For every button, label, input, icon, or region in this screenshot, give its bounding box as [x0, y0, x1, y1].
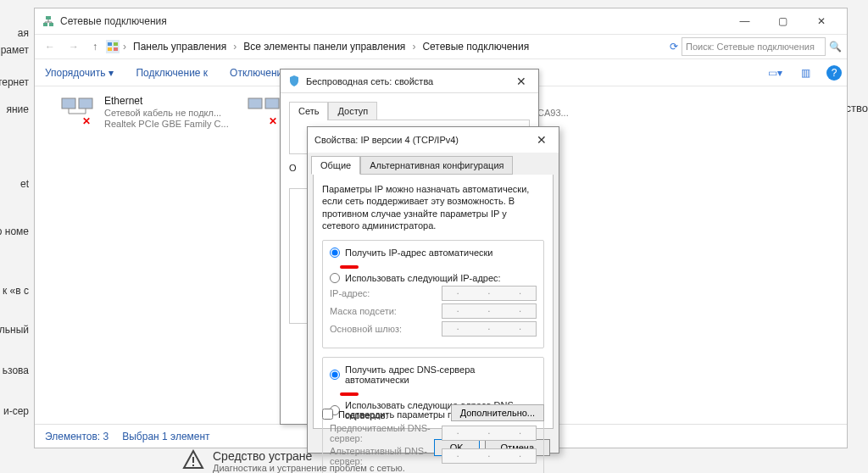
- conn-adapter: Realtek PCIe GBE Family C...: [104, 119, 229, 129]
- search-icon[interactable]: 🔍: [829, 41, 842, 53]
- bg-frag: ьзова: [3, 364, 29, 376]
- ip-group: Получить IP-адрес автоматически Использо…: [322, 240, 544, 348]
- bg-frag: о номе: [0, 225, 29, 237]
- organize-menu[interactable]: Упорядочить ▾: [40, 64, 119, 82]
- organize-label: Упорядочить: [45, 67, 105, 79]
- warning-icon: [182, 449, 204, 471]
- titlebar[interactable]: Сетевые подключения — ▢ ✕: [35, 8, 847, 34]
- bg-frag: яние: [6, 103, 29, 115]
- svg-rect-6: [108, 47, 112, 51]
- item-count: Элементов: 3: [45, 431, 108, 442]
- radio-label: Получить адрес DNS-сервера автоматически: [345, 364, 537, 385]
- help-icon[interactable]: ?: [826, 65, 842, 81]
- conn-name: Ethernet: [104, 95, 229, 107]
- bg-frag: и-сер: [3, 405, 29, 417]
- connection-ethernet[interactable]: ✕ Ethernet Сетевой кабель не подкл... Re…: [60, 95, 238, 129]
- window-title: Сетевые подключения: [60, 15, 167, 27]
- svg-rect-13: [192, 465, 194, 466]
- network-icon: [42, 14, 55, 28]
- radio-dns-auto[interactable]: Получить адрес DNS-сервера автоматически: [330, 364, 537, 385]
- connect-to-button[interactable]: Подключение к: [131, 64, 213, 82]
- shield-icon: [287, 75, 301, 88]
- troubleshoot-sub: Диагностика и устранение проблем с сетью…: [213, 463, 405, 473]
- bg-frag: тернет: [0, 76, 29, 88]
- view-menu[interactable]: ▭▾: [765, 64, 784, 82]
- back-button[interactable]: ←: [40, 39, 60, 54]
- alternate-dns-input[interactable]: ...: [442, 448, 537, 464]
- svg-rect-8: [62, 98, 75, 109]
- search-input[interactable]: Поиск: Сетевые подключения: [682, 37, 826, 56]
- svg-rect-0: [43, 23, 47, 26]
- bg-sidebar: ая рамет тернет яние et о номе к «в с ль…: [0, 0, 32, 473]
- breadcrumb-sep: ›: [123, 41, 126, 53]
- breadcrumb-sep: ›: [233, 41, 236, 53]
- gateway-label: Основной шлюз:: [330, 324, 435, 334]
- dialog-title: Свойства: IP версии 4 (TCP/IPv4): [314, 135, 459, 145]
- control-panel-icon: [106, 40, 120, 53]
- radio-ip-auto[interactable]: Получить IP-адрес автоматически: [330, 248, 537, 258]
- minimize-button[interactable]: —: [726, 9, 764, 33]
- close-icon[interactable]: ✕: [511, 75, 531, 88]
- breadcrumb-seg[interactable]: Все элементы панели управления: [240, 39, 409, 54]
- breadcrumb-seg[interactable]: Сетевые подключения: [419, 39, 532, 54]
- bg-right-frag: ство: [846, 102, 868, 114]
- address-bar: ← → ↑ › Панель управления › Все элементы…: [35, 34, 847, 59]
- close-icon[interactable]: ✕: [531, 133, 552, 147]
- subnet-mask-input[interactable]: ...: [442, 303, 537, 319]
- bg-frag: ая: [18, 27, 29, 39]
- titlebar[interactable]: Беспроводная сеть: свойства ✕: [281, 70, 538, 93]
- tab-access[interactable]: Доступ: [328, 102, 377, 120]
- svg-rect-9: [79, 98, 92, 109]
- troubleshoot-title: Средство устране: [213, 449, 405, 463]
- up-button[interactable]: ↑: [87, 39, 103, 54]
- preview-pane-button[interactable]: ▥: [796, 64, 815, 82]
- dialog-title: Беспроводная сеть: свойства: [306, 76, 433, 86]
- breadcrumb-seg[interactable]: Панель управления: [130, 39, 230, 54]
- search-placeholder: Поиск: Сетевые подключения: [686, 42, 815, 52]
- refresh-icon[interactable]: ⟳: [670, 41, 678, 53]
- close-button[interactable]: ✕: [802, 9, 840, 33]
- highlight-mark: [340, 265, 359, 269]
- bg-frag: et: [20, 178, 29, 190]
- svg-rect-4: [108, 42, 112, 46]
- radio-label: Использовать следующий IP-адрес:: [345, 273, 501, 283]
- svg-rect-10: [248, 98, 262, 109]
- advanced-button[interactable]: Дополнительно...: [451, 404, 544, 421]
- svg-rect-7: [114, 47, 118, 51]
- breadcrumb-sep: ›: [412, 41, 415, 53]
- description-text: Параметры IP можно назначать автоматичес…: [322, 183, 544, 231]
- ip-address-input[interactable]: ...: [442, 286, 537, 301]
- ip-address-label: IP-адрес:: [330, 288, 435, 298]
- subnet-mask-label: Маска подсети:: [330, 306, 435, 316]
- bg-frag: льный: [0, 324, 29, 336]
- tab-network[interactable]: Сеть: [289, 102, 328, 120]
- troubleshoot-link[interactable]: Средство устране Диагностика и устранени…: [182, 449, 405, 473]
- svg-rect-3: [106, 40, 120, 53]
- titlebar[interactable]: Свойства: IP версии 4 (TCP/IPv4) ✕: [308, 127, 559, 153]
- forward-button[interactable]: →: [64, 39, 84, 54]
- disconnected-x-icon: ✕: [82, 115, 91, 127]
- window-ipv4-properties: Свойства: IP версии 4 (TCP/IPv4) ✕ Общие…: [307, 126, 559, 454]
- tab-general[interactable]: Общие: [311, 156, 360, 175]
- selected-count: Выбран 1 элемент: [122, 431, 209, 442]
- conn-status: Сетевой кабель не подкл...: [104, 108, 229, 118]
- svg-rect-5: [114, 42, 118, 46]
- bg-frag: к «в с: [3, 285, 29, 297]
- preferred-dns-input[interactable]: ...: [442, 426, 537, 441]
- tab-alternate[interactable]: Альтернативная конфигурация: [360, 156, 513, 175]
- maximize-button[interactable]: ▢: [764, 9, 802, 33]
- radio-label: Получить IP-адрес автоматически: [345, 248, 492, 258]
- svg-rect-2: [46, 16, 51, 19]
- svg-rect-12: [192, 457, 194, 463]
- disconnected-x-icon: ✕: [269, 115, 277, 127]
- preferred-dns-label: Предпочитаемый DNS-сервер:: [330, 423, 435, 443]
- gateway-input[interactable]: ...: [442, 321, 537, 337]
- bg-frag: рамет: [1, 44, 29, 56]
- section-label: О: [289, 163, 297, 173]
- chevron-down-icon: ▾: [108, 67, 114, 79]
- svg-rect-1: [49, 23, 53, 26]
- radio-ip-manual[interactable]: Использовать следующий IP-адрес:: [330, 273, 537, 283]
- highlight-mark: [340, 392, 359, 396]
- svg-rect-11: [265, 98, 279, 109]
